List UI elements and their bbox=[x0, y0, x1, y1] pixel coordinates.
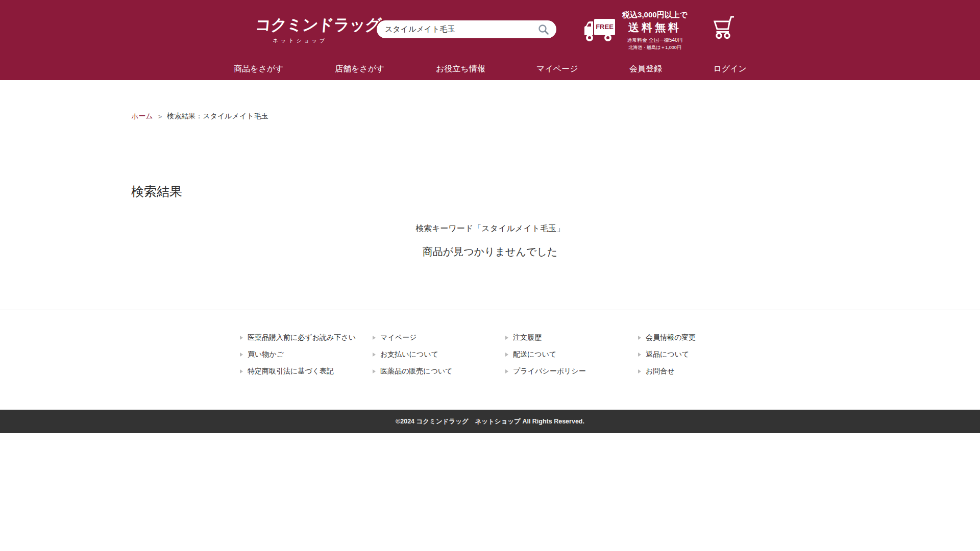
breadcrumb-separator: > bbox=[158, 113, 162, 120]
nav-item-register[interactable]: 会員登録 bbox=[629, 64, 662, 74]
footer-link-privacy-policy[interactable]: プライバシーポリシー bbox=[505, 366, 623, 376]
triangle-bullet-icon bbox=[240, 353, 243, 357]
footer-column-3: 注文履歴 配送について プライバシーポリシー bbox=[490, 333, 623, 383]
copyright-text: ©2024 コクミンドラッグ ネットショップ All Rights Reserv… bbox=[396, 417, 584, 426]
cart-button[interactable] bbox=[710, 15, 737, 41]
breadcrumb-current: 検索結果：スタイルメイト毛玉 bbox=[167, 112, 268, 121]
free-shipping-banner: FREE 税込3,000円以上で 送料無料 通常料金 全国一律540円 北海道・… bbox=[583, 10, 690, 51]
footer-column-1: 医薬品購入前に必ずお読み下さい 買い物かご 特定商取引法に基づく表記 bbox=[225, 333, 357, 383]
triangle-bullet-icon bbox=[638, 336, 641, 340]
triangle-bullet-icon bbox=[505, 353, 508, 357]
shipping-info-text: 税込3,000円以上で 送料無料 通常料金 全国一律540円 北海道・離島は＋1… bbox=[620, 10, 690, 51]
svg-text:FREE: FREE bbox=[596, 23, 614, 31]
search-keyword-text: 検索キーワード「スタイルメイト毛玉」 bbox=[0, 223, 980, 234]
breadcrumb-home-link[interactable]: ホーム bbox=[131, 112, 153, 121]
footer-link-order-history[interactable]: 注文履歴 bbox=[505, 333, 623, 342]
nav-item-login[interactable]: ログイン bbox=[713, 64, 747, 74]
triangle-bullet-icon bbox=[373, 369, 376, 373]
nav-item-products[interactable]: 商品をさがす bbox=[234, 64, 284, 74]
site-logo-subtitle: ネットショップ bbox=[255, 37, 345, 44]
site-header: コクミンドラッグ ネットショップ FREE bbox=[0, 0, 980, 80]
triangle-bullet-icon bbox=[505, 336, 508, 340]
page-title: 検索結果 bbox=[131, 183, 980, 200]
search-icon bbox=[538, 24, 549, 35]
main-nav: 商品をさがす 店舗をさがす お役立ち情報 マイページ 会員登録 ログイン bbox=[234, 64, 747, 74]
footer-link-member-info[interactable]: 会員情報の変更 bbox=[638, 333, 755, 342]
page: コクミンドラッグ ネットショップ FREE bbox=[0, 0, 980, 551]
triangle-bullet-icon bbox=[638, 369, 641, 373]
nav-item-mypage[interactable]: マイページ bbox=[536, 64, 578, 74]
search-results-section: 検索結果 検索キーワード「スタイルメイト毛玉」 商品が見つかりませんでした bbox=[0, 183, 980, 259]
footer-link-returns[interactable]: 返品について bbox=[638, 349, 755, 359]
triangle-bullet-icon bbox=[373, 336, 376, 340]
breadcrumb: ホーム > 検索結果：スタイルメイト毛玉 bbox=[131, 112, 980, 121]
triangle-bullet-icon bbox=[373, 353, 376, 357]
shipping-threshold: 税込3,000円以上で bbox=[620, 10, 690, 20]
copyright-bar: ©2024 コクミンドラッグ ネットショップ All Rights Reserv… bbox=[0, 410, 980, 433]
site-logo-text: コクミンドラッグ bbox=[254, 14, 346, 36]
search-input[interactable] bbox=[385, 25, 537, 34]
shipping-free-label: 送料無料 bbox=[620, 20, 690, 35]
site-logo[interactable]: コクミンドラッグ ネットショップ bbox=[255, 14, 345, 44]
triangle-bullet-icon bbox=[240, 369, 243, 373]
shipping-normal-fee: 通常料金 全国一律540円 bbox=[620, 37, 690, 44]
footer-link-payment[interactable]: お支払いについて bbox=[373, 349, 490, 359]
search-box bbox=[377, 20, 556, 38]
site-footer: 医薬品購入前に必ずお読み下さい 買い物かご 特定商取引法に基づく表記 マイページ bbox=[0, 310, 980, 433]
shipping-remote-fee: 北海道・離島は＋1,000円 bbox=[620, 44, 690, 51]
footer-link-shopping-cart[interactable]: 買い物かご bbox=[240, 349, 357, 359]
footer-link-mypage[interactable]: マイページ bbox=[373, 333, 490, 342]
nav-item-stores[interactable]: 店舗をさがす bbox=[335, 64, 385, 74]
no-results-message: 商品が見つかりませんでした bbox=[0, 245, 980, 259]
truck-free-icon: FREE bbox=[583, 16, 616, 45]
cart-icon bbox=[710, 15, 737, 39]
triangle-bullet-icon bbox=[240, 336, 243, 340]
footer-link-delivery[interactable]: 配送について bbox=[505, 349, 623, 359]
footer-column-2: マイページ お支払いについて 医薬品の販売について bbox=[357, 333, 490, 383]
footer-column-4: 会員情報の変更 返品について お問合せ bbox=[623, 333, 755, 383]
footer-links: 医薬品購入前に必ずお読み下さい 買い物かご 特定商取引法に基づく表記 マイページ bbox=[225, 310, 755, 383]
footer-link-contact[interactable]: お問合せ bbox=[638, 366, 755, 376]
nav-item-info[interactable]: お役立ち情報 bbox=[436, 64, 485, 74]
triangle-bullet-icon bbox=[638, 353, 641, 357]
triangle-bullet-icon bbox=[505, 369, 508, 373]
search-button[interactable] bbox=[537, 23, 550, 36]
footer-link-commercial-law[interactable]: 特定商取引法に基づく表記 bbox=[240, 366, 357, 376]
footer-link-drug-notice[interactable]: 医薬品購入前に必ずお読み下さい bbox=[240, 333, 357, 342]
footer-link-drug-sales[interactable]: 医薬品の販売について bbox=[373, 366, 490, 376]
